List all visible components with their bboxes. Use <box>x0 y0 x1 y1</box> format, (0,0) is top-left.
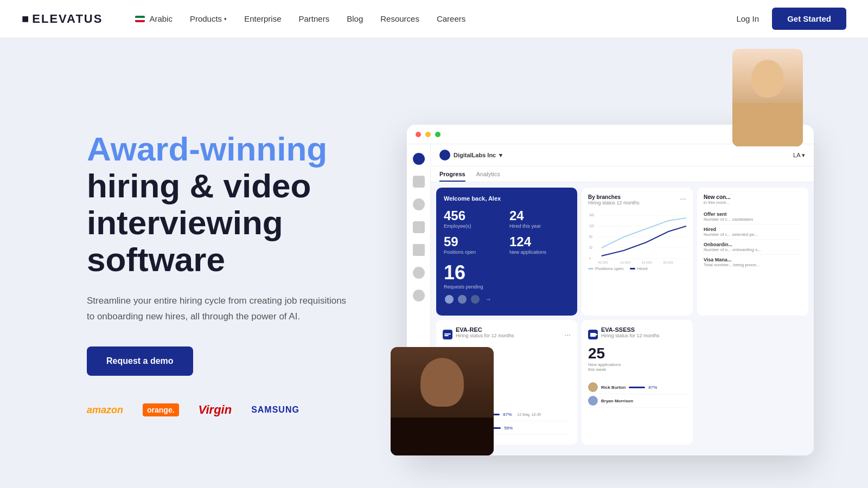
progress-rick-ssess <box>629 387 645 388</box>
avatar-1 <box>444 294 455 305</box>
welcome-text: Welcome back, Alex <box>444 195 570 202</box>
avatar-bryan-ssess <box>588 396 598 406</box>
orange-logo: orange. <box>143 403 179 416</box>
nav-resources[interactable]: Resources <box>380 14 419 23</box>
sidebar-home-icon[interactable] <box>413 153 425 165</box>
newcon-subtitle: in this mont... <box>704 200 802 205</box>
nav-arabic[interactable]: Arabic <box>135 14 173 23</box>
avatar-rick-ssess <box>588 382 598 392</box>
svg-text:120: 120 <box>589 223 595 228</box>
stats-card: Welcome back, Alex 456 Employee(s) 24 Hi… <box>436 188 577 316</box>
employees-stat: 456 Employee(s) <box>444 208 504 229</box>
eva-ssess-label: New applications this week <box>588 362 686 372</box>
eva-ssess-person-1: Rick Burton 87% <box>588 381 686 394</box>
eva-rec-more-icon[interactable]: ··· <box>564 330 571 339</box>
branches-card: By branches Hiring status 12 months ··· … <box>582 188 693 316</box>
flag-icon <box>135 16 145 22</box>
login-button[interactable]: Log In <box>736 14 759 23</box>
svg-text:0: 0 <box>589 256 591 260</box>
logo: ■ ELEVATUS <box>22 12 103 26</box>
nav-partners[interactable]: Partners <box>299 14 330 23</box>
newcon-item-2: Hired Number of c... selected pe... <box>704 224 802 240</box>
location-chevron: ▾ <box>802 152 805 158</box>
person-photo-bottom <box>391 347 494 455</box>
stats-grid: 456 Employee(s) 24 Hired this year 59 Po… <box>444 208 570 255</box>
request-demo-button[interactable]: Request a demo <box>87 346 193 376</box>
sidebar-video-icon[interactable] <box>413 244 425 256</box>
newcon-item-3: Onboardin... Number of o... onboarding s… <box>704 240 802 255</box>
branches-chart: 340 120 60 30 0 <box>588 210 686 264</box>
svg-text:4Q 2021: 4Q 2021 <box>598 261 608 264</box>
branches-more-icon[interactable]: ··· <box>680 194 686 203</box>
minimize-dot[interactable] <box>425 132 431 137</box>
amazon-logo: amazon <box>87 404 123 416</box>
nav-enterprise[interactable]: Enterprise <box>244 14 281 23</box>
dashboard-header: DigitalLabs Inc ▾ LA ▾ <box>431 144 814 166</box>
eva-ssess-card: EVA-SSESS Hiring status for 12 months 25… <box>582 320 693 445</box>
legend-positions: Positions open <box>588 266 623 271</box>
svg-text:1Q 2022: 1Q 2022 <box>620 261 630 264</box>
hero-visual: DigitalLabs Inc ▾ LA ▾ Progress Analytic… <box>391 38 868 488</box>
hero-subtitle: Streamline your entire hiring cycle from… <box>87 293 347 325</box>
tab-analytics[interactable]: Analytics <box>476 171 500 182</box>
logo-text: ■ <box>22 12 30 26</box>
sidebar-message-icon[interactable] <box>413 267 425 279</box>
location-selector[interactable]: LA ▾ <box>793 152 805 159</box>
svg-text:3Q 2022: 3Q 2022 <box>663 261 673 264</box>
eva-ssess-person-2: Bryan Morrison <box>588 394 686 408</box>
virgin-logo: Virgin <box>199 403 232 417</box>
navbar: ■ ELEVATUS Arabic Products ▾ Enterprise … <box>0 0 868 38</box>
tab-progress[interactable]: Progress <box>439 171 465 182</box>
legend-positions-color <box>588 268 593 269</box>
nav-links: Arabic Products ▾ Enterprise Partners Bl… <box>135 14 736 23</box>
hero-title: Award-winning hiring & video interviewin… <box>87 131 347 279</box>
svg-text:2Q 2022: 2Q 2022 <box>642 261 652 264</box>
company-avatar <box>439 150 450 160</box>
nav-actions: Log In Get Started <box>736 8 846 30</box>
eva-ssess-header: EVA-SSESS Hiring status for 12 months <box>588 326 686 343</box>
company-chevron: ▾ <box>499 152 502 159</box>
avatar-3 <box>470 294 481 305</box>
newcon-card: New con... in this mont... Offer sent Nu… <box>697 188 808 316</box>
stats-arrow-icon[interactable]: → <box>485 296 492 303</box>
applications-stat: 124 New applications <box>509 234 570 255</box>
newcon-item-1: Offer sent Number of c... candidates <box>704 209 802 224</box>
close-dot[interactable] <box>416 132 421 137</box>
samsung-logo: SAMSUNG <box>251 405 299 415</box>
avatar-2 <box>457 294 468 305</box>
nav-careers[interactable]: Careers <box>437 14 465 23</box>
hero-section: Award-winning hiring & video interviewin… <box>0 38 868 488</box>
company-selector[interactable]: DigitalLabs Inc ▾ <box>439 150 502 160</box>
sidebar-chart-icon[interactable] <box>413 221 425 233</box>
hero-content: Award-winning hiring & video interviewin… <box>0 38 391 488</box>
nav-blog[interactable]: Blog <box>347 14 363 23</box>
newcon-title: New con... <box>704 194 802 200</box>
legend-hired: Hired <box>630 266 647 271</box>
legend-hired-color <box>630 268 635 269</box>
positions-stat: 59 Positions open <box>444 234 504 255</box>
chevron-down-icon: ▾ <box>224 16 227 22</box>
partner-logos: amazon orange. Virgin SAMSUNG <box>87 403 347 417</box>
requests-stat: 16 Requests pending <box>444 261 570 290</box>
svg-text:60: 60 <box>589 234 593 239</box>
chart-legend: Positions open Hired <box>588 266 686 271</box>
eva-ssess-icon <box>588 330 598 339</box>
sidebar-target-icon[interactable] <box>413 198 425 210</box>
sidebar-calendar-icon[interactable] <box>413 176 425 188</box>
sidebar-settings-icon[interactable] <box>413 290 425 301</box>
stats-avatars: → <box>444 294 570 305</box>
fullscreen-dot[interactable] <box>435 132 441 137</box>
get-started-button[interactable]: Get Started <box>772 8 846 30</box>
svg-text:340: 340 <box>589 213 595 217</box>
nav-products[interactable]: Products ▾ <box>190 14 227 23</box>
eva-rec-icon <box>443 330 452 339</box>
dashboard-tabs: Progress Analytics <box>431 166 814 182</box>
newcon-item-4: Visa Mana... Total number... being proce… <box>704 255 802 269</box>
svg-text:30: 30 <box>589 245 593 249</box>
hired-stat: 24 Hired this year <box>509 208 570 229</box>
eva-rec-header: EVA-REC Hiring status for 12 months ··· <box>443 326 571 343</box>
person-photo-top <box>732 49 803 146</box>
